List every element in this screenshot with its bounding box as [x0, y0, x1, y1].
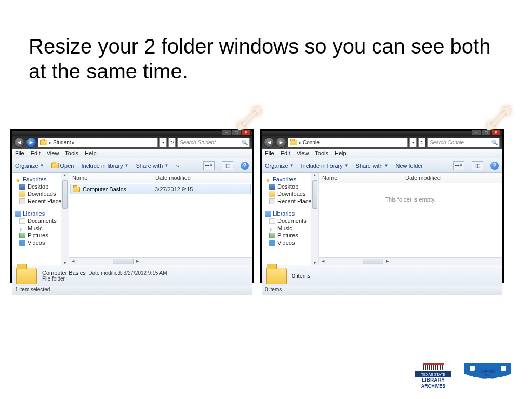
nav-history-dropdown[interactable]: ▾ [159, 138, 167, 147]
menu-edit[interactable]: Edit [31, 150, 41, 156]
star-icon: ★ [265, 177, 271, 182]
view-options-button[interactable]: ☷▼ [453, 161, 464, 170]
breadcrumb[interactable]: ▸ Student ▸ [38, 138, 158, 147]
col-date[interactable]: Date modified [152, 173, 252, 183]
include-library-button[interactable]: Include in library▼ [81, 163, 128, 169]
tree-music[interactable]: ♪Music [15, 225, 68, 231]
libraries-icon [265, 211, 271, 217]
menu-tools[interactable]: Tools [315, 150, 328, 156]
status-bar: 1 item selected [12, 286, 252, 295]
tree-scrollbar[interactable] [311, 173, 318, 265]
search-icon: 🔍 [491, 140, 498, 145]
help-button[interactable]: ? [490, 162, 499, 170]
nav-history-dropdown[interactable]: ▾ [409, 138, 417, 147]
libraries-literacy-logo: LIBRARIESANDLITERACY [464, 363, 511, 389]
col-name[interactable]: Name [319, 173, 402, 183]
tree-scrollbar[interactable] [61, 173, 69, 265]
menu-file[interactable]: File [15, 150, 24, 156]
file-list[interactable]: Name Date modified This folder is empty. [319, 173, 502, 265]
refresh-button[interactable]: ↻ [418, 138, 425, 147]
music-icon: ♪ [269, 225, 275, 231]
tree-desktop[interactable]: Desktop [265, 183, 317, 190]
preview-pane-button[interactable]: ◫ [472, 161, 483, 170]
slide-title: Resize your 2 folder windows so you can … [29, 34, 496, 84]
more-button[interactable]: » [176, 163, 179, 169]
open-button[interactable]: Open [51, 163, 74, 169]
tree-videos[interactable]: Videos [265, 240, 317, 246]
menu-tools[interactable]: Tools [65, 150, 78, 156]
breadcrumb[interactable]: ▸ Connie [288, 138, 408, 147]
menu-view[interactable]: View [297, 150, 309, 156]
minimize-button[interactable]: ━ [222, 130, 231, 135]
menu-view[interactable]: View [47, 150, 59, 156]
nav-back-button[interactable]: ◄ [14, 137, 24, 148]
footer-logos: TEXAS STATE LIBRARY ARCHIVES LIBRARIESAN… [415, 363, 511, 389]
new-folder-button[interactable]: New folder [395, 163, 423, 169]
libraries-icon [15, 211, 21, 217]
tree-downloads[interactable]: Downloads [265, 191, 317, 197]
command-bar: Organize▼ Include in library▼ Share with… [262, 158, 502, 173]
videos-icon [269, 240, 275, 246]
downloads-icon [19, 191, 25, 197]
explorer-window-connie: ━ ◻ ✕ ◄ ► ▸ Connie ▾ ↻ Search Connie🔍 Fi… [260, 129, 504, 283]
nav-forward-button[interactable]: ► [276, 137, 286, 148]
tree-downloads[interactable]: Downloads [15, 191, 68, 197]
share-button[interactable]: Share with▼ [136, 163, 169, 169]
nav-back-button[interactable]: ◄ [264, 137, 274, 148]
desktop-icon [19, 184, 25, 190]
pictures-icon [19, 233, 25, 238]
organize-button[interactable]: Organize▼ [15, 163, 44, 169]
menu-help[interactable]: Help [85, 150, 97, 156]
tree-documents[interactable]: Documents [265, 218, 317, 224]
file-list[interactable]: Name Date modified Computer Basics 3/27/… [69, 173, 252, 265]
help-button[interactable]: ? [241, 162, 249, 170]
folder-icon [40, 140, 47, 145]
tree-videos[interactable]: Videos [15, 240, 68, 246]
folder-icon [51, 163, 59, 168]
videos-icon [19, 240, 25, 246]
command-bar: Organize▼ Open Include in library▼ Share… [12, 158, 252, 173]
h-scrollbar[interactable] [69, 257, 252, 265]
titlebar[interactable]: ━ ◻ ✕ [12, 131, 252, 136]
explorer-window-student: ━ ◻ ✕ ◄ ► ▸ Student ▸ ▾ ↻ Search Student… [10, 129, 254, 283]
list-item[interactable]: Computer Basics 3/27/2012 9:15 [70, 184, 251, 194]
tree-music[interactable]: ♪Music [265, 225, 317, 231]
pictures-icon [269, 233, 275, 238]
menu-edit[interactable]: Edit [281, 150, 290, 156]
close-button[interactable]: ✕ [242, 130, 251, 135]
tree-pictures[interactable]: Pictures [15, 232, 68, 238]
h-scrollbar[interactable] [319, 257, 502, 265]
menu-help[interactable]: Help [335, 150, 347, 156]
preview-pane-button[interactable]: ◫ [222, 161, 233, 170]
close-button[interactable]: ✕ [491, 130, 501, 135]
tree-pictures[interactable]: Pictures [265, 232, 317, 238]
tree-recent[interactable]: Recent Places [15, 198, 68, 204]
address-bar: ◄ ► ▸ Student ▸ ▾ ↻ Search Student🔍 [12, 136, 252, 149]
menu-bar: File Edit View Tools Help [12, 149, 252, 158]
share-button[interactable]: Share with▼ [356, 163, 389, 169]
downloads-icon [269, 191, 275, 197]
menu-file[interactable]: File [265, 150, 274, 156]
minimize-button[interactable]: ━ [472, 130, 481, 135]
folder-icon [290, 140, 297, 145]
view-options-button[interactable]: ☷▼ [203, 161, 215, 170]
tree-recent[interactable]: Recent Places [265, 198, 317, 204]
tree-desktop[interactable]: Desktop [15, 183, 68, 190]
organize-button[interactable]: Organize▼ [265, 163, 294, 169]
titlebar[interactable]: ━ ◻ ✕ [262, 131, 502, 136]
maximize-button[interactable]: ◻ [232, 130, 241, 135]
col-name[interactable]: Name [69, 173, 152, 183]
music-icon: ♪ [19, 225, 25, 231]
search-input[interactable]: Search Student🔍 [177, 138, 250, 147]
refresh-button[interactable]: ↻ [168, 138, 176, 147]
nav-tree[interactable]: ★Favorites Desktop Downloads Recent Plac… [262, 173, 319, 265]
maximize-button[interactable]: ◻ [482, 130, 491, 135]
tree-documents[interactable]: Documents [15, 218, 68, 224]
nav-forward-button[interactable]: ► [26, 137, 36, 148]
folder-icon [266, 268, 287, 284]
col-date[interactable]: Date modified [402, 173, 502, 183]
include-library-button[interactable]: Include in library▼ [301, 163, 349, 169]
search-input[interactable]: Search Connie🔍 [427, 138, 500, 147]
nav-tree[interactable]: ★Favorites Desktop Downloads Recent Plac… [12, 173, 69, 265]
details-pane: 0 items [262, 265, 502, 286]
